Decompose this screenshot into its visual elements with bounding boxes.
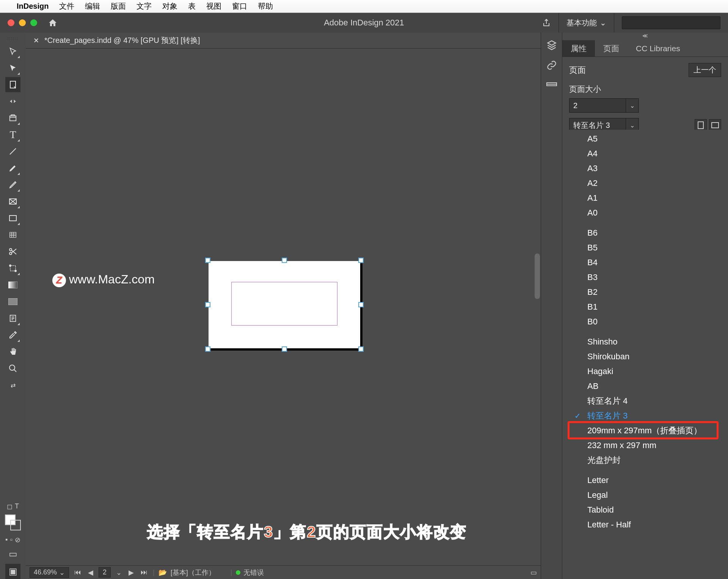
dropdown-item[interactable]: 光盘护封 xyxy=(569,453,721,467)
dropdown-item[interactable]: B1 xyxy=(569,299,721,314)
resize-handle[interactable] xyxy=(358,302,364,307)
rectangle-tool[interactable] xyxy=(5,211,20,226)
tab-properties[interactable]: 属性 xyxy=(562,40,595,57)
note-tool[interactable] xyxy=(5,311,20,326)
dropdown-item[interactable]: B4 xyxy=(569,255,721,270)
page-artboard[interactable] xyxy=(209,261,360,348)
grid-tool[interactable] xyxy=(5,227,20,242)
close-tab-icon[interactable]: ✕ xyxy=(33,36,39,45)
canvas[interactable]: Zwww.MacZ.com 选择「转至名片3」第2页的页面大小将改变 xyxy=(26,49,541,565)
menu-view[interactable]: 视图 xyxy=(206,1,221,11)
format-text-icon[interactable]: T xyxy=(15,502,19,511)
menu-window[interactable]: 窗口 xyxy=(232,1,247,11)
last-page-button[interactable]: ⏭ xyxy=(139,568,149,576)
selection-tool[interactable] xyxy=(5,44,20,59)
dropdown-item[interactable]: A2 xyxy=(569,176,721,190)
layers-panel-icon[interactable] xyxy=(546,39,557,50)
dropdown-item[interactable]: 209mm x 297mm（折叠插页） xyxy=(569,423,721,438)
dropdown-item[interactable]: A5 xyxy=(569,131,721,146)
menu-object[interactable]: 对象 xyxy=(162,1,177,11)
content-collector-tool[interactable] xyxy=(5,110,20,126)
menu-table[interactable]: 表 xyxy=(188,1,196,11)
page-dropdown-button[interactable]: ⌄ xyxy=(115,568,123,577)
pen-tool[interactable] xyxy=(5,160,20,176)
panel-collapse-button[interactable]: ≪ xyxy=(562,33,728,40)
panel-grip[interactable]: :::::: xyxy=(8,36,19,41)
resize-handle[interactable] xyxy=(205,346,210,352)
stroke-panel-icon[interactable] xyxy=(546,80,557,88)
eyedropper-tool[interactable] xyxy=(5,327,20,343)
links-panel-icon[interactable] xyxy=(546,60,557,71)
resize-handle[interactable] xyxy=(358,346,364,352)
page-tool[interactable] xyxy=(5,77,20,92)
scissors-tool[interactable] xyxy=(5,244,20,259)
window-zoom-button[interactable] xyxy=(30,19,37,26)
dropdown-item[interactable]: B5 xyxy=(569,240,721,255)
menu-type[interactable]: 文字 xyxy=(136,1,152,11)
dropdown-item[interactable]: Letter xyxy=(569,473,721,488)
dropdown-item[interactable]: B0 xyxy=(569,314,721,329)
next-page-button[interactable]: ▶ xyxy=(127,568,135,577)
dropdown-item[interactable]: Letter - Half xyxy=(569,517,721,532)
chevron-down-icon[interactable]: ⌄ xyxy=(626,98,639,113)
fill-stroke-toggle[interactable]: ⇄ xyxy=(5,378,20,393)
dropdown-item[interactable]: A4 xyxy=(569,146,721,161)
menu-layout[interactable]: 版面 xyxy=(111,1,126,11)
search-input[interactable] xyxy=(622,16,720,29)
resize-handle[interactable] xyxy=(358,258,364,263)
vertical-scrollbar[interactable] xyxy=(535,253,540,299)
share-icon[interactable] xyxy=(542,18,551,27)
dropdown-item[interactable]: B2 xyxy=(569,285,721,299)
window-minimize-button[interactable] xyxy=(19,19,26,26)
dropdown-item[interactable]: Legal xyxy=(569,488,721,502)
resize-handle[interactable] xyxy=(205,302,210,307)
menu-file[interactable]: 文件 xyxy=(59,1,74,11)
apply-gradient-icon[interactable]: ▫ xyxy=(10,536,13,544)
hand-tool[interactable] xyxy=(5,344,20,359)
dropdown-item[interactable]: Shinsho xyxy=(569,334,721,349)
preflight-status[interactable]: 无错误 xyxy=(236,568,264,577)
dropdown-item[interactable]: A0 xyxy=(569,205,721,220)
app-menu[interactable]: InDesign xyxy=(17,2,49,11)
tab-pages[interactable]: 页面 xyxy=(595,40,628,57)
dropdown-item[interactable]: Tabloid xyxy=(569,502,721,517)
home-icon[interactable] xyxy=(48,18,58,27)
menu-edit[interactable]: 编辑 xyxy=(85,1,100,11)
resize-handle[interactable] xyxy=(205,258,210,263)
window-close-button[interactable] xyxy=(8,19,14,26)
resize-handle[interactable] xyxy=(282,258,287,263)
gap-tool[interactable] xyxy=(5,94,20,109)
first-page-button[interactable]: ⏮ xyxy=(73,568,83,576)
gradient-swatch-tool[interactable] xyxy=(5,277,20,293)
dropdown-item[interactable]: Shirokuban xyxy=(569,349,721,364)
prev-page-button[interactable]: ◀ xyxy=(86,568,95,577)
format-container-icon[interactable]: ◻ xyxy=(7,502,13,511)
zoom-field[interactable]: 46.69%⌄ xyxy=(30,567,69,578)
view-toggle-icon[interactable]: ▭ xyxy=(530,568,537,577)
workspace-dropdown[interactable]: 基本功能 ⌄ xyxy=(559,13,614,33)
dropdown-item[interactable]: A1 xyxy=(569,190,721,205)
zoom-tool[interactable] xyxy=(5,361,20,376)
dropdown-item[interactable]: Hagaki xyxy=(569,364,721,379)
open-icon[interactable]: 📂 xyxy=(158,568,167,577)
dropdown-item[interactable]: B3 xyxy=(569,270,721,285)
resize-handle[interactable] xyxy=(282,346,287,352)
type-tool[interactable]: T xyxy=(5,127,20,142)
line-tool[interactable] xyxy=(5,144,20,159)
previous-button[interactable]: 上一个 xyxy=(689,63,721,77)
page-number-field[interactable]: ⌄ xyxy=(569,98,721,113)
dropdown-item[interactable]: A3 xyxy=(569,161,721,176)
apply-none-icon[interactable]: ⊘ xyxy=(15,536,20,544)
dropdown-item[interactable]: AB xyxy=(569,379,721,393)
free-transform-tool[interactable] xyxy=(5,261,20,276)
preview-mode-button[interactable]: ▣ xyxy=(5,564,20,579)
pencil-tool[interactable] xyxy=(5,177,20,192)
apply-color-icon[interactable]: ▪ xyxy=(5,536,8,544)
tab-cc-libraries[interactable]: CC Libraries xyxy=(628,40,689,57)
dropdown-item[interactable]: 转至名片 4 xyxy=(569,393,721,408)
normal-mode-button[interactable]: ▭ xyxy=(5,546,20,562)
dropdown-item[interactable]: B6 xyxy=(569,225,721,240)
page-field[interactable]: 2 xyxy=(99,567,111,577)
rectangle-frame-tool[interactable] xyxy=(5,194,20,209)
dropdown-item[interactable]: ✓转至名片 3 xyxy=(569,408,721,423)
